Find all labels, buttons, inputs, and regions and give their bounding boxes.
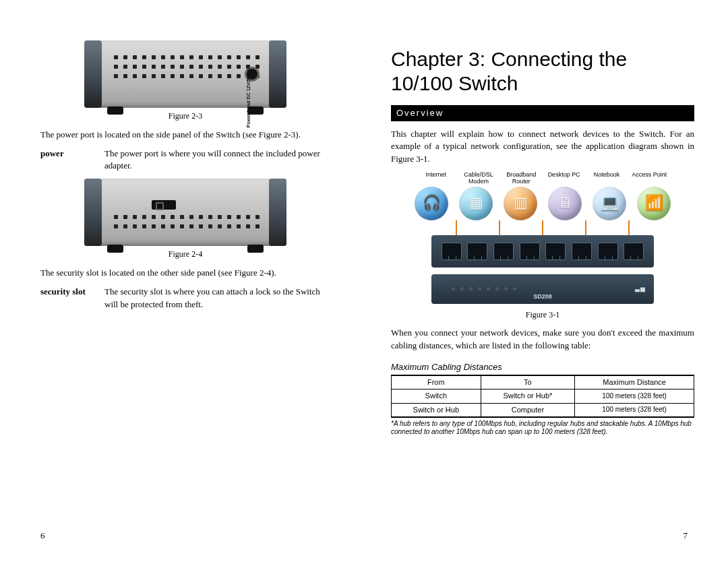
figure-2-4-caption: Figure 2-4 (40, 249, 330, 260)
th-max: Maximum Distance (575, 375, 694, 389)
td-to: Computer (481, 403, 575, 417)
definition-security: security slot The security slot is where… (40, 286, 330, 310)
figure-2-4-image (84, 179, 286, 246)
td-from: Switch (392, 389, 481, 403)
switch-back-icon (431, 235, 654, 268)
power-port-paragraph: The power port is located on the side pa… (40, 129, 330, 141)
notebook-icon: 💻 (593, 187, 626, 220)
th-from: From (392, 375, 481, 389)
page-number-right: 7 (684, 530, 688, 542)
td-from: Switch or Hub (392, 403, 481, 417)
device-side-security (84, 179, 286, 246)
security-slot-paragraph: The security slot is located on the othe… (40, 267, 330, 279)
desktop-icon: 🖥 (548, 187, 582, 220)
brand-logo-icon: ▃▅ (635, 284, 646, 293)
diagram-connectors (415, 220, 671, 235)
table-title: Maximum Cabling Distances (391, 361, 694, 373)
diagram-labels: Internet Cable/DSL Modem Broadband Route… (415, 172, 671, 185)
page-right: Chapter 3: Connecting the 10/100 Switch … (364, 0, 728, 562)
label-desktop: Desktop PC (543, 172, 585, 185)
page-left: Power Input DC 12V/500mA Figure 2-3 The … (0, 0, 364, 562)
label-router: Broadband Router (500, 172, 543, 185)
internet-icon: 🎧 (415, 187, 448, 220)
figure-3-1-caption: Figure 3-1 (391, 309, 694, 321)
overview-paragraph: This chapter will explain how to connect… (391, 128, 694, 165)
device-side-power: Power Input DC 12V/500mA (84, 40, 286, 108)
definition-security-desc: The security slot is where you can attac… (104, 286, 330, 310)
table-footnote: *A hub refers to any type of 100Mbps hub… (391, 420, 694, 436)
label-internet: Internet (415, 172, 457, 185)
device-model-label: SD208 (533, 292, 552, 301)
connect-paragraph: When you connect your network devices, m… (391, 327, 694, 351)
table-row: Switch Switch or Hub* 100 meters (328 fe… (392, 389, 694, 403)
definition-power-desc: The power port is where you will connect… (104, 148, 330, 172)
router-icon: ▥ (504, 187, 537, 220)
section-overview-bar: Overview (391, 105, 694, 121)
figure-2-3-image: Power Input DC 12V/500mA (84, 40, 286, 108)
table-row: Switch or Hub Computer 100 meters (328 f… (392, 403, 694, 417)
access-point-icon: 📶 (637, 187, 671, 220)
table-header-row: From To Maximum Distance (392, 375, 694, 389)
power-port-label: Power Input DC 12V/500mA (246, 66, 251, 127)
definition-power-term: power (40, 148, 104, 172)
modem-icon: ▦ (459, 187, 493, 220)
th-to: To (481, 375, 575, 389)
page-number-left: 6 (40, 530, 45, 542)
diagram-icons: 🎧 ▦ ▥ 🖥 💻 📶 (415, 187, 671, 220)
figure-3-1-image: Internet Cable/DSL Modem Broadband Route… (415, 172, 671, 304)
definition-power: power The power port is where you will c… (40, 148, 330, 172)
switch-front-icon: SD208 ▃▅ (431, 274, 654, 304)
label-notebook: Notebook (585, 172, 628, 185)
label-modem: Cable/DSL Modem (457, 172, 499, 185)
td-max: 100 meters (328 feet) (575, 389, 694, 403)
figure-2-3-caption: Figure 2-3 (40, 111, 330, 122)
page-spread: Power Input DC 12V/500mA Figure 2-3 The … (0, 0, 728, 562)
td-to: Switch or Hub* (481, 389, 575, 403)
cabling-table: From To Maximum Distance Switch Switch o… (391, 375, 694, 418)
td-max: 100 meters (328 feet) (575, 403, 694, 417)
definition-security-term: security slot (40, 286, 104, 310)
label-ap: Access Point (628, 172, 671, 185)
chapter-title: Chapter 3: Connecting the 10/100 Switch (391, 47, 694, 96)
security-slot-icon (152, 200, 176, 210)
